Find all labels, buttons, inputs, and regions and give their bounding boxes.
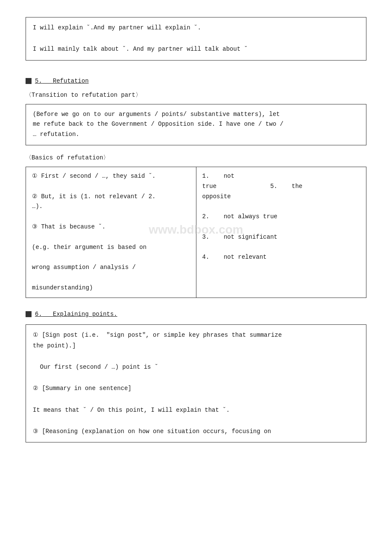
- intro-line1: I will explain ˘.And my partner will exp…: [33, 23, 359, 33]
- intro-line2: I will mainly talk about ˘. And my partn…: [33, 44, 359, 55]
- basics-label: 〈Basics of refutation〉: [26, 154, 366, 162]
- section-6: 6. Explaining points. ① [Sign post (i.e.…: [26, 311, 366, 443]
- section-5-title: 5. Refutation: [35, 78, 89, 84]
- transition-box: (Before we go on to our arguments / poin…: [26, 104, 366, 145]
- refutation-left-col: ① First / second / …, they said ˘. ② But…: [26, 167, 196, 298]
- explaining-box: ① [Sign post (i.e. "sign post", or simpl…: [26, 324, 366, 443]
- section-6-header: 6. Explaining points.: [26, 311, 366, 318]
- section-5-icon: [26, 78, 32, 84]
- intro-box: I will explain ˘.And my partner will exp…: [26, 17, 366, 61]
- section-6-title: 6. Explaining points.: [35, 311, 117, 318]
- section-6-icon: [26, 311, 32, 317]
- transition-label: 〈Transition to refutation part〉: [26, 91, 366, 99]
- refutation-right-col: 1. not true 5. the opposite 2. not alway…: [196, 167, 366, 298]
- section-5: 5. Refutation 〈Transition to refutation …: [26, 78, 366, 298]
- refutation-table: ① First / second / …, they said ˘. ② But…: [26, 167, 366, 298]
- section-5-header: 5. Refutation: [26, 78, 366, 84]
